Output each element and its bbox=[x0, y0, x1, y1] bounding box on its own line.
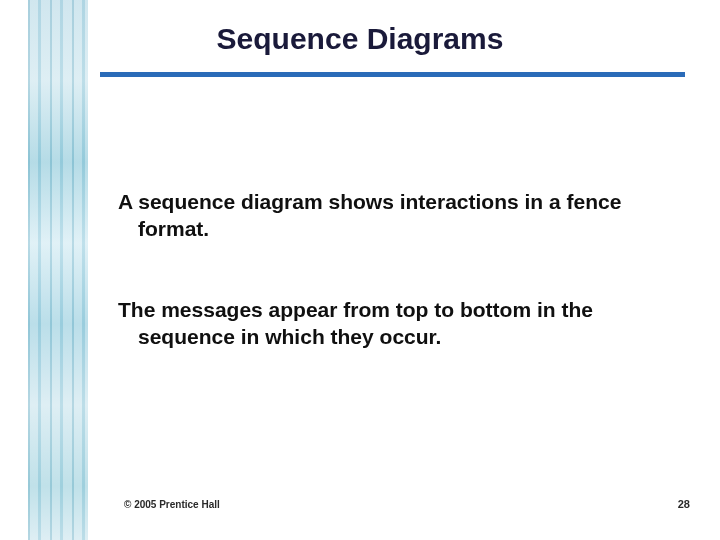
body-paragraph-1: A sequence diagram shows interactions in… bbox=[118, 188, 658, 243]
p1-emphasis: sequence diagram bbox=[138, 190, 322, 213]
p1-lead: A bbox=[118, 190, 138, 213]
body-paragraph-2: The messages appear from top to bottom i… bbox=[118, 296, 678, 351]
title-divider bbox=[100, 72, 685, 77]
footer-copyright: © 2005 Prentice Hall bbox=[124, 499, 220, 510]
side-decor-strip bbox=[28, 0, 88, 540]
slide-title: Sequence Diagrams bbox=[0, 22, 720, 56]
footer-page-number: 28 bbox=[678, 498, 690, 510]
